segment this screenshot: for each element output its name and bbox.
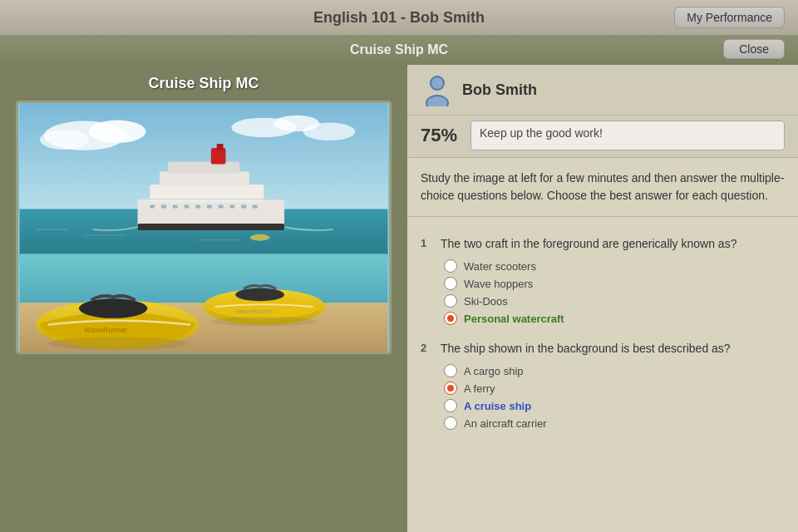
question-1-options: Water scooters Wave hoppers Ski-Doos bbox=[421, 259, 785, 325]
title-bar: Cruise Ship MC Close bbox=[0, 35, 798, 65]
option-label-personal-watercraft: Personal watercraft bbox=[464, 313, 564, 325]
question-2: 2 The ship shown in the background is be… bbox=[421, 340, 785, 430]
option-cargo-ship[interactable]: A cargo ship bbox=[444, 364, 785, 377]
questions-section: 1 The two craft in the foreground are ge… bbox=[407, 227, 798, 532]
option-ferry[interactable]: A ferry bbox=[444, 382, 785, 395]
score-value: 75% bbox=[421, 125, 461, 146]
option-label-cruise-ship: A cruise ship bbox=[464, 400, 531, 412]
svg-rect-30 bbox=[241, 205, 246, 209]
top-bar: English 101 - Bob Smith My Performance bbox=[0, 0, 798, 35]
svg-text:WaveRunner: WaveRunner bbox=[85, 326, 127, 334]
radio-personal-watercraft-dot bbox=[447, 315, 454, 322]
radio-water-scooters[interactable] bbox=[444, 259, 457, 273]
close-button[interactable]: Close bbox=[723, 39, 785, 59]
option-water-scooters[interactable]: Water scooters bbox=[444, 259, 785, 273]
option-label-aircraft-carrier: An aircraft carrier bbox=[464, 417, 547, 430]
svg-rect-18 bbox=[160, 171, 249, 186]
svg-point-44 bbox=[431, 77, 443, 89]
question-2-header: 2 The ship shown in the background is be… bbox=[421, 340, 785, 357]
svg-rect-28 bbox=[219, 205, 224, 209]
svg-point-38 bbox=[79, 298, 147, 318]
svg-rect-29 bbox=[229, 205, 234, 209]
user-name: Bob Smith bbox=[462, 81, 785, 99]
svg-point-33 bbox=[250, 234, 270, 241]
svg-rect-25 bbox=[184, 205, 189, 209]
option-label-water-scooters: Water scooters bbox=[464, 260, 536, 273]
option-ski-doos[interactable]: Ski-Doos bbox=[444, 294, 785, 308]
option-cruise-ship[interactable]: A cruise ship bbox=[444, 399, 785, 412]
feedback-box: Keep up the good work! bbox=[470, 121, 785, 150]
question-2-number: 2 bbox=[421, 342, 432, 354]
question-1: 1 The two craft in the foreground are ge… bbox=[421, 235, 785, 325]
svg-rect-22 bbox=[150, 205, 155, 209]
score-row: 75% Keep up the good work! bbox=[407, 116, 798, 158]
radio-cargo-ship[interactable] bbox=[444, 364, 457, 377]
svg-rect-27 bbox=[207, 205, 212, 209]
option-label-wave-hoppers: Wave hoppers bbox=[464, 278, 533, 290]
option-label-cargo-ship: A cargo ship bbox=[464, 365, 524, 377]
radio-ferry[interactable] bbox=[444, 382, 457, 395]
option-personal-watercraft[interactable]: Personal watercraft bbox=[444, 312, 785, 325]
svg-rect-31 bbox=[253, 205, 258, 209]
instructions-text: Study the image at left for a few minute… bbox=[407, 158, 798, 213]
radio-cruise-ship[interactable] bbox=[444, 399, 457, 412]
avatar-icon bbox=[421, 73, 454, 106]
svg-text:WaveRunner: WaveRunner bbox=[235, 308, 273, 315]
option-aircraft-carrier[interactable]: An aircraft carrier bbox=[444, 416, 785, 430]
svg-point-3 bbox=[40, 130, 89, 150]
radio-ski-doos[interactable] bbox=[444, 294, 457, 308]
question-1-number: 1 bbox=[421, 237, 432, 249]
question-2-text: The ship shown in the background is best… bbox=[441, 340, 731, 357]
svg-point-35 bbox=[235, 288, 284, 302]
option-wave-hoppers[interactable]: Wave hoppers bbox=[444, 277, 785, 290]
scene-image: WaveRunner WaveRunner bbox=[16, 101, 392, 354]
svg-rect-19 bbox=[168, 162, 239, 174]
right-panel: Bob Smith 75% Keep up the good work! Stu… bbox=[407, 65, 798, 532]
svg-rect-26 bbox=[195, 205, 200, 209]
radio-wave-hoppers[interactable] bbox=[444, 277, 457, 290]
divider bbox=[407, 216, 798, 217]
svg-rect-8 bbox=[19, 254, 387, 307]
option-label-ferry: A ferry bbox=[464, 382, 495, 395]
radio-aircraft-carrier[interactable] bbox=[444, 416, 457, 430]
option-label-ski-doos: Ski-Doos bbox=[464, 295, 508, 308]
svg-point-2 bbox=[89, 121, 146, 143]
radio-personal-watercraft[interactable] bbox=[444, 312, 457, 325]
svg-rect-17 bbox=[150, 185, 264, 203]
user-info-bar: Bob Smith bbox=[407, 65, 798, 116]
svg-point-40 bbox=[48, 337, 187, 350]
question-1-text: The two craft in the foreground are gene… bbox=[441, 235, 736, 253]
window-title: Cruise Ship MC bbox=[350, 42, 448, 57]
question-2-options: A cargo ship A ferry A cruise ship bbox=[421, 364, 785, 430]
svg-point-41 bbox=[211, 317, 317, 327]
top-bar-title: English 101 - Bob Smith bbox=[313, 9, 485, 27]
svg-rect-21 bbox=[217, 144, 224, 150]
my-performance-button[interactable]: My Performance bbox=[674, 7, 785, 28]
question-1-header: 1 The two craft in the foreground are ge… bbox=[421, 235, 785, 253]
panel-title: Cruise Ship MC bbox=[148, 75, 259, 92]
radio-ferry-dot bbox=[447, 385, 454, 392]
svg-rect-23 bbox=[161, 205, 166, 209]
svg-rect-16 bbox=[138, 224, 284, 230]
main-content: Cruise Ship MC bbox=[0, 65, 798, 532]
svg-point-6 bbox=[303, 123, 356, 141]
left-panel: Cruise Ship MC bbox=[0, 65, 407, 532]
svg-rect-24 bbox=[173, 205, 178, 209]
